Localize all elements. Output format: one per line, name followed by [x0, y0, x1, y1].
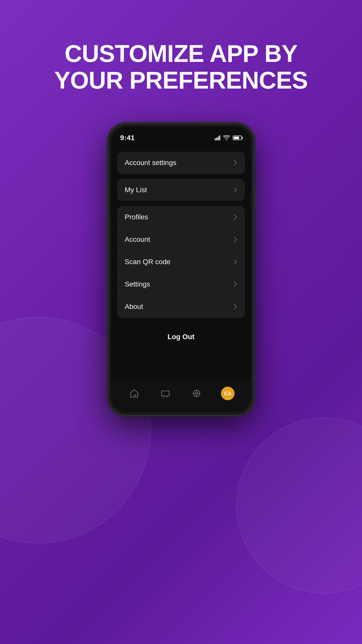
phone-shell: 9:41	[108, 124, 254, 415]
logout-button[interactable]: Log Out	[167, 333, 194, 341]
camera-notch	[178, 127, 184, 133]
scan-qr-chevron	[234, 259, 237, 265]
nav-item-home[interactable]	[124, 387, 144, 400]
phone-screen: 9:41	[111, 127, 251, 412]
settings-chevron	[234, 281, 237, 287]
bottom-nav: CA	[111, 380, 251, 412]
my-list-label: My List	[125, 186, 147, 194]
nav-item-games[interactable]	[187, 387, 207, 400]
svg-rect-0	[162, 391, 169, 396]
signal-bar-2	[216, 138, 217, 140]
wifi-icon	[223, 135, 230, 140]
account-settings-label: Account settings	[125, 159, 176, 167]
account-item[interactable]: Account	[117, 228, 245, 251]
nav-item-tv[interactable]	[155, 387, 175, 400]
status-icons	[215, 135, 242, 140]
battery-fill	[234, 137, 239, 139]
logout-area: Log Out	[117, 323, 245, 348]
headline-line2: YOUR PREFERENCES	[54, 67, 308, 94]
home-icon	[128, 387, 141, 400]
signal-bar-4	[219, 135, 220, 140]
phone-mockup: 9:41	[108, 124, 254, 415]
scan-qr-label: Scan QR code	[125, 258, 170, 266]
profiles-item[interactable]: Profiles	[117, 206, 245, 228]
my-list-card: My List	[117, 179, 245, 201]
settings-label: Settings	[125, 280, 150, 288]
main-menu-group: Profiles Account	[117, 206, 245, 318]
headline-line1: CUSTOMIZE APP BY	[54, 40, 308, 67]
account-label: Account	[125, 235, 150, 244]
signal-bar-1	[215, 138, 216, 140]
profiles-label: Profiles	[125, 213, 148, 221]
games-icon	[190, 387, 203, 400]
my-list-chevron	[234, 187, 237, 193]
status-time: 9:41	[120, 134, 135, 142]
about-chevron	[234, 304, 237, 309]
about-label: About	[125, 303, 143, 311]
profiles-chevron	[234, 214, 237, 220]
svg-point-4	[195, 392, 198, 395]
signal-bar-3	[218, 137, 219, 140]
account-settings-chevron	[234, 160, 237, 166]
profile-avatar: CA	[221, 387, 235, 400]
headline: CUSTOMIZE APP BY YOUR PREFERENCES	[29, 40, 333, 93]
bg-decoration-2	[236, 418, 362, 594]
scroll-area: Account settings My List	[111, 144, 251, 380]
signal-icon	[215, 135, 220, 140]
account-settings-card: Account settings	[117, 152, 245, 174]
settings-item[interactable]: Settings	[117, 273, 245, 296]
profile-avatar-initials: CA	[224, 391, 232, 396]
about-item[interactable]: About	[117, 296, 245, 318]
account-settings-item[interactable]: Account settings	[117, 152, 245, 174]
scan-qr-item[interactable]: Scan QR code	[117, 251, 245, 273]
account-chevron	[234, 237, 237, 242]
my-list-item[interactable]: My List	[117, 179, 245, 201]
tv-icon	[159, 387, 172, 400]
battery-icon	[233, 136, 242, 140]
nav-item-profile[interactable]: CA	[218, 387, 238, 400]
